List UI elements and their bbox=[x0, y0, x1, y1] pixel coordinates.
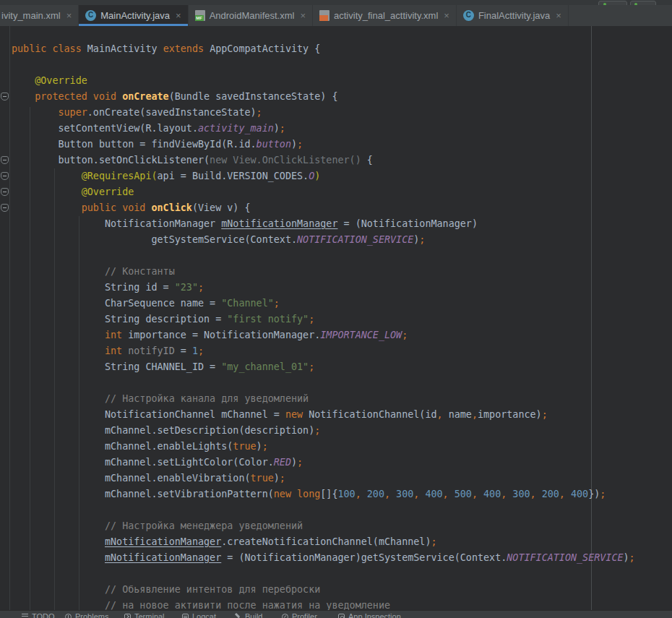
code-line-26[interactable]: mChannel.enableLights(true); bbox=[12, 439, 635, 455]
token: ) bbox=[274, 123, 280, 134]
token: NotificationChannel mChannel = bbox=[12, 409, 285, 420]
token: , bbox=[384, 489, 390, 499]
code-line-22[interactable] bbox=[12, 375, 635, 391]
token bbox=[12, 330, 105, 340]
fold-collapse-icon[interactable] bbox=[1, 172, 9, 180]
token: true bbox=[251, 473, 274, 484]
token: ) bbox=[257, 441, 262, 452]
code-line-23[interactable]: // Настройка канала для уведомлений bbox=[12, 391, 635, 407]
code-line-21[interactable]: String CHANNEL_ID = "my_channel_01"; bbox=[12, 359, 635, 375]
code-line-31[interactable]: // Настройка менеджера уведомлений bbox=[12, 518, 635, 534]
tab-label: MainActivity.java bbox=[100, 10, 170, 21]
token: 1 bbox=[192, 346, 198, 356]
code-line-24[interactable]: NotificationChannel mChannel = new Notif… bbox=[12, 407, 635, 423]
code-line-15[interactable]: // Константы bbox=[12, 264, 635, 280]
toolwindow-button-terminal[interactable]: Terminal bbox=[124, 612, 165, 618]
toolwindow-button-problems[interactable]: Problems bbox=[65, 612, 108, 618]
code-line-17[interactable]: CharSequence name = "Channel"; bbox=[12, 296, 635, 312]
code-line-20[interactable]: int notifyID = 1; bbox=[12, 343, 635, 359]
toolwindow-button-app-inspection[interactable]: App Inspection bbox=[338, 612, 401, 618]
tab-ivity-main-xml[interactable]: ivity_main.xml× bbox=[0, 5, 79, 26]
token: , bbox=[559, 489, 565, 499]
close-icon[interactable]: × bbox=[298, 11, 306, 20]
app-inspection-icon bbox=[338, 614, 345, 618]
toolwindow-button-build[interactable]: Build bbox=[235, 612, 262, 618]
toolwindow-button-todo[interactable]: TODO bbox=[22, 612, 55, 618]
code-line-12[interactable]: NotificationManager mNotificationManager… bbox=[12, 216, 635, 232]
token: button.setOnClickListener( bbox=[12, 155, 210, 166]
token: name bbox=[443, 409, 472, 420]
token: , bbox=[530, 489, 536, 499]
code-line-28[interactable]: mChannel.enableVibration(true); bbox=[12, 471, 635, 486]
token: ; bbox=[198, 346, 204, 356]
code-line-13[interactable]: getSystemService(Context.NOTIFICATION_SE… bbox=[12, 232, 635, 248]
token: ; bbox=[431, 536, 436, 547]
toolwindow-label: TODO bbox=[32, 612, 55, 618]
token: protected void bbox=[35, 91, 122, 102]
problems-icon bbox=[65, 614, 72, 618]
token: ; bbox=[274, 298, 280, 309]
code-line-33[interactable]: mNotificationManager = (NotificationMana… bbox=[12, 550, 635, 566]
code-line-2[interactable] bbox=[12, 57, 635, 73]
fold-collapse-icon[interactable] bbox=[1, 188, 9, 196]
code-line-34[interactable] bbox=[12, 566, 635, 582]
close-icon[interactable]: × bbox=[174, 11, 181, 20]
token: new long bbox=[274, 489, 321, 499]
terminal-icon bbox=[124, 614, 131, 618]
code-line-5[interactable]: super.onCreate(savedInstanceState); bbox=[12, 105, 635, 121]
tab-activity-final-acttivity-xml[interactable]: activity_final_acttivity.xml× bbox=[313, 5, 457, 26]
code-line-16[interactable]: String id = "23"; bbox=[12, 280, 635, 296]
profiler-icon bbox=[282, 614, 288, 618]
tab-mainactivity-java[interactable]: MainActivity.java× bbox=[79, 5, 188, 26]
code-line-4[interactable]: protected void onCreate(Bundle savedInst… bbox=[12, 89, 635, 105]
toolwindow-label: Terminal bbox=[134, 612, 165, 618]
code-line-9[interactable]: @RequiresApi(api = Build.VERSION_CODES.O… bbox=[12, 168, 635, 184]
close-icon[interactable]: × bbox=[442, 11, 449, 20]
code-editor[interactable]: public class MainActivity extends AppCom… bbox=[0, 26, 672, 610]
code-line-3[interactable]: @Override bbox=[12, 73, 635, 89]
code-line-7[interactable]: Button button = findViewById(R.id.button… bbox=[12, 137, 635, 153]
token: ; bbox=[297, 139, 303, 150]
token: .createNotificationChannel(mChannel) bbox=[221, 536, 431, 547]
code-line-1[interactable]: public class MainActivity extends AppCom… bbox=[12, 41, 635, 57]
code-line-14[interactable] bbox=[12, 248, 635, 264]
tool-window-bar: TODOProblemsTerminalLogcatBuildProfilerA… bbox=[0, 610, 672, 618]
code-line-27[interactable]: mChannel.setLightColor(Color.RED); bbox=[12, 455, 635, 471]
build-icon bbox=[235, 614, 241, 618]
toolwindow-button-profiler[interactable]: Profiler bbox=[282, 612, 317, 618]
token: ; bbox=[262, 441, 268, 452]
close-icon[interactable]: × bbox=[554, 11, 561, 20]
fold-collapse-icon[interactable] bbox=[1, 93, 9, 100]
tab-finalacttivity-java[interactable]: FinalActtivity.java× bbox=[457, 5, 569, 26]
token: // Обьявление интентов для переброски bbox=[105, 584, 320, 595]
code-line-35[interactable]: // Обьявление интентов для переброски bbox=[12, 582, 635, 598]
toolwindow-button-logcat[interactable]: Logcat bbox=[182, 612, 216, 618]
code-line-19[interactable]: int importance = NotificationManager.IMP… bbox=[12, 327, 635, 343]
token: // Константы bbox=[105, 266, 175, 277]
token: @Override bbox=[82, 186, 134, 197]
fold-collapse-icon[interactable] bbox=[1, 204, 9, 212]
token: importance) bbox=[478, 409, 542, 420]
close-icon[interactable]: × bbox=[65, 11, 72, 20]
token: 400 bbox=[571, 489, 588, 499]
toolwindow-label: App Inspection bbox=[348, 612, 401, 618]
code-line-29[interactable]: mChannel.setVibrationPattern(new long[]{… bbox=[12, 486, 635, 502]
token: getSystemService(Context. bbox=[12, 234, 297, 245]
tab-androidmanifest-xml[interactable]: AndroidManifest.xml× bbox=[189, 5, 313, 26]
token: NOTIFICATION_SERVICE bbox=[507, 552, 623, 563]
token bbox=[12, 107, 59, 118]
code-line-8[interactable]: button.setOnClickListener(new View.OnCli… bbox=[12, 153, 635, 168]
fold-collapse-icon[interactable] bbox=[1, 156, 9, 164]
code-line-36[interactable]: // на новое активити после нажатия на ув… bbox=[12, 598, 635, 610]
token: IMPORTANCE_LOW bbox=[320, 330, 402, 340]
code-line-10[interactable]: @Override bbox=[12, 184, 635, 200]
code-line-25[interactable]: mChannel.setDescription(description); bbox=[12, 423, 635, 439]
code-line-11[interactable]: public void onClick(View v) { bbox=[12, 200, 635, 216]
token: new View.OnClickListener() bbox=[210, 155, 361, 166]
code-line-18[interactable]: String description = "first notify"; bbox=[12, 312, 635, 327]
token bbox=[449, 489, 455, 499]
code-line-30[interactable] bbox=[12, 502, 635, 518]
code-line-6[interactable]: setContentView(R.layout.activity_main); bbox=[12, 121, 635, 137]
code-area[interactable]: public class MainActivity extends AppCom… bbox=[12, 41, 635, 610]
code-line-32[interactable]: mNotificationManager.createNotificationC… bbox=[12, 534, 635, 550]
